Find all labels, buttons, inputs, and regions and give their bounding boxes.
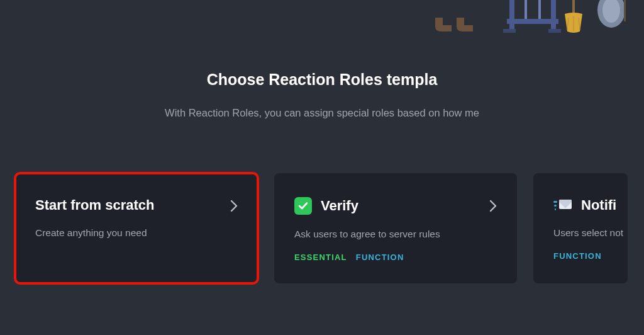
tag-essential: Essential xyxy=(294,253,347,262)
template-card-row: Start from scratch Create anything you n… xyxy=(15,173,628,283)
envelope-icon xyxy=(553,198,572,212)
svg-rect-5 xyxy=(525,0,527,19)
card-description: Create anything you need xyxy=(35,227,238,239)
svg-rect-1 xyxy=(551,0,556,29)
svg-rect-0 xyxy=(509,0,514,29)
card-title: Verify xyxy=(321,198,358,214)
tag-function: Function xyxy=(356,253,404,262)
card-description: Ask users to agree to server rules xyxy=(294,229,497,240)
svg-rect-6 xyxy=(538,0,541,19)
card-tags: Function xyxy=(553,251,628,261)
card-tags: Essential Function xyxy=(294,253,497,262)
card-notifications[interactable]: Notifi Users select not Function xyxy=(533,173,628,283)
chevron-right-icon xyxy=(230,200,238,212)
hero-illustration xyxy=(428,0,644,38)
check-icon xyxy=(294,197,312,215)
card-title: Notifi xyxy=(581,197,616,213)
card-start-from-scratch[interactable]: Start from scratch Create anything you n… xyxy=(15,173,258,283)
tag-function: Function xyxy=(553,251,602,261)
page-subtitle: With Reaction Roles, you can assign spec… xyxy=(0,107,644,119)
svg-rect-13 xyxy=(624,0,626,21)
svg-rect-2 xyxy=(507,19,558,24)
svg-rect-3 xyxy=(503,29,516,33)
card-title: Start from scratch xyxy=(35,197,155,213)
card-description: Users select not xyxy=(553,227,628,239)
svg-rect-4 xyxy=(548,29,561,33)
page-title: Choose Reaction Roles templa xyxy=(0,71,644,89)
card-verify[interactable]: Verify Ask users to agree to server rule… xyxy=(274,173,517,283)
chevron-right-icon xyxy=(489,200,497,212)
